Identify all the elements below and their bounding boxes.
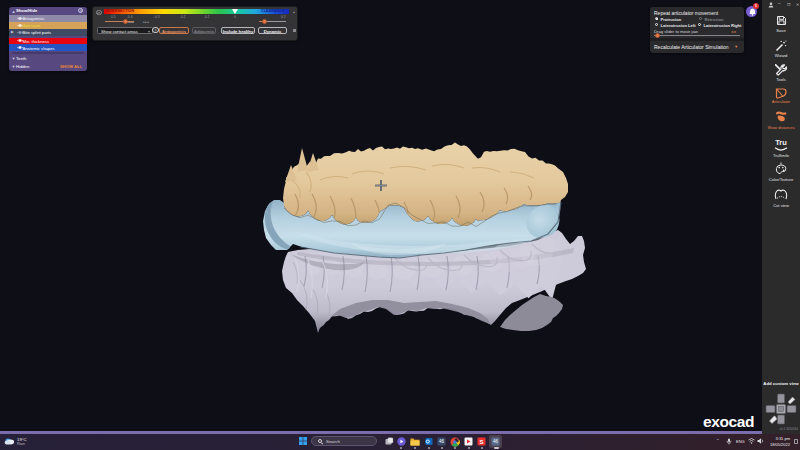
svg-text:46: 46 — [493, 439, 499, 444]
svg-text:S: S — [479, 439, 483, 445]
svg-text:46: 46 — [439, 439, 445, 444]
